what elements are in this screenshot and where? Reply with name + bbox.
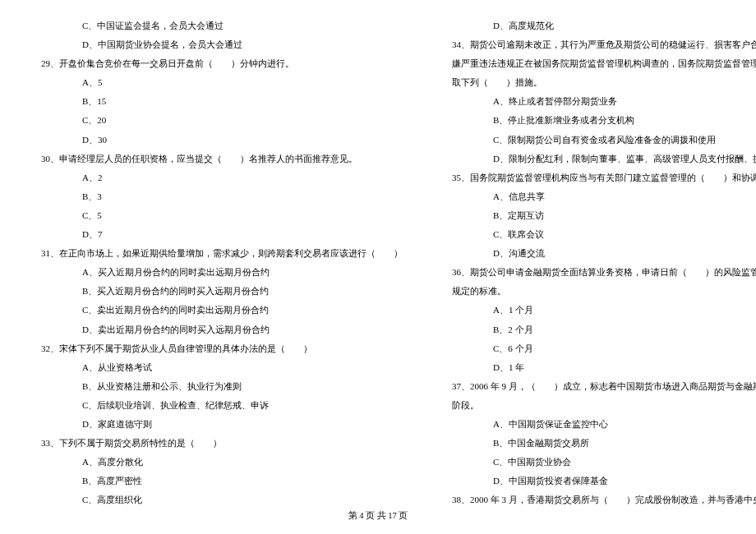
leftColumn-line: A、5	[33, 73, 403, 92]
leftColumn-line: D、中国期货业协会提名，会员大会通过	[33, 35, 403, 54]
leftColumn-line: C、5	[33, 206, 403, 225]
leftColumn-line: D、30	[33, 131, 403, 150]
rightColumn-line: 38、2000 年 3 月，香港期货交易所与（ ）完成股份制改造，并与香港中央结…	[444, 490, 756, 509]
rightColumn-line: 35、国务院期货监督管理机构应当与有关部门建立监督管理的（ ）和协调配合机制。	[444, 168, 756, 187]
leftColumn-line: D、家庭道德守则	[33, 415, 403, 434]
leftColumn-line: 30、申请经理层人员的任职资格，应当提交（ ）名推荐人的书面推荐意见。	[33, 150, 403, 168]
rightColumn-line: D、中国期货投资者保障基金	[444, 472, 756, 490]
leftColumn-line: C、高度组织化	[33, 490, 403, 509]
rightColumn-line: 规定的标准。	[444, 282, 756, 301]
leftColumn-line: B、从业资格注册和公示、执业行为准则	[33, 377, 403, 396]
page-footer: 第 4 页 共 17 页	[0, 510, 756, 522]
rightColumn-line: A、信息共享	[444, 187, 756, 206]
rightColumn-line: 阶段。	[444, 396, 756, 415]
rightColumn-line: D、限制分配红利，限制向董事、监事、高级管理人员支付报酬、提供福利	[444, 150, 756, 168]
rightColumn-line: A、终止或者暂停部分期货业务	[444, 92, 756, 111]
leftColumn-line: 32、宋体下列不属于期货从业人员自律管理的具体办法的是（ ）	[33, 339, 403, 358]
rightColumn-line: 37、2006 年 9 月，（ ）成立，标志着中国期货市场进入商品期货与金融期货…	[444, 377, 756, 396]
rightColumn-line: C、联席会议	[444, 225, 756, 244]
left-column: C、中国证监会提名，会员大会通过D、中国期货业协会提名，会员大会通过29、开盘价…	[25, 16, 423, 501]
rightColumn-line: D、1 年	[444, 358, 756, 377]
leftColumn-line: C、中国证监会提名，会员大会通过	[33, 16, 403, 35]
rightColumn-line: A、1 个月	[444, 301, 756, 320]
rightColumn-line: C、6 个月	[444, 339, 756, 358]
leftColumn-line: 33、下列不属于期货交易所特性的是（ ）	[33, 434, 403, 453]
rightColumn-line: B、停止批准新增业务或者分支机构	[444, 111, 756, 130]
rightColumn-line: D、高度规范化	[444, 16, 756, 35]
rightColumn-line: A、中国期货保证金监控中心	[444, 415, 756, 434]
leftColumn-line: B、买入近期月份合约的同时买入远期月份合约	[33, 282, 403, 301]
rightColumn-line: C、中国期货业协会	[444, 453, 756, 472]
leftColumn-line: A、2	[33, 168, 403, 187]
leftColumn-line: 29、开盘价集合竞价在每一交易日开盘前（ ）分钟内进行。	[33, 54, 403, 73]
leftColumn-line: D、7	[33, 225, 403, 244]
leftColumn-line: B、15	[33, 92, 403, 111]
leftColumn-line: A、从业资格考试	[33, 358, 403, 377]
rightColumn-line: 嫌严重违法违规正在被国务院期货监督管理机构调查的，国务院期货监督管理机构不能对其…	[444, 54, 756, 73]
rightColumn-line: B、中国金融期货交易所	[444, 434, 756, 453]
rightColumn-line: B、定期互访	[444, 206, 756, 225]
leftColumn-line: B、3	[33, 187, 403, 206]
leftColumn-line: A、高度分散化	[33, 453, 403, 472]
rightColumn-line: 取下列（ ）措施。	[444, 73, 756, 92]
leftColumn-line: 31、在正向市场上，如果近期供给量增加，需求减少，则跨期套利交易者应该进行（ ）	[33, 244, 403, 263]
leftColumn-line: C、20	[33, 111, 403, 130]
rightColumn-line: D、沟通交流	[444, 244, 756, 263]
rightColumn-line: B、2 个月	[444, 320, 756, 339]
leftColumn-line: C、后续职业培训、执业检查、纪律惩戒、申诉	[33, 396, 403, 415]
leftColumn-line: A、买入近期月份合约的同时卖出远期月份合约	[33, 263, 403, 282]
right-column: D、高度规范化34、期货公司逾期未改正，其行为严重危及期货公司的稳健运行、损害客…	[423, 16, 756, 501]
page-container: C、中国证监会提名，会员大会通过D、中国期货业协会提名，会员大会通过29、开盘价…	[0, 0, 756, 501]
leftColumn-line: C、卖出近期月份合约的同时卖出远期月份合约	[33, 301, 403, 320]
leftColumn-line: D、卖出近期月份合约的同时买入远期月份合约	[33, 320, 403, 339]
leftColumn-line: B、高度严密性	[33, 472, 403, 490]
rightColumn-line: 36、期货公司申请金融期货全面结算业务资格，申请日前（ ）的风险监管指标应持续符…	[444, 263, 756, 282]
rightColumn-line: C、限制期货公司自有资金或者风险准备金的调拨和使用	[444, 131, 756, 150]
rightColumn-line: 34、期货公司逾期未改正，其行为严重危及期货公司的稳健运行、损害客户合法权益，或…	[444, 35, 756, 54]
